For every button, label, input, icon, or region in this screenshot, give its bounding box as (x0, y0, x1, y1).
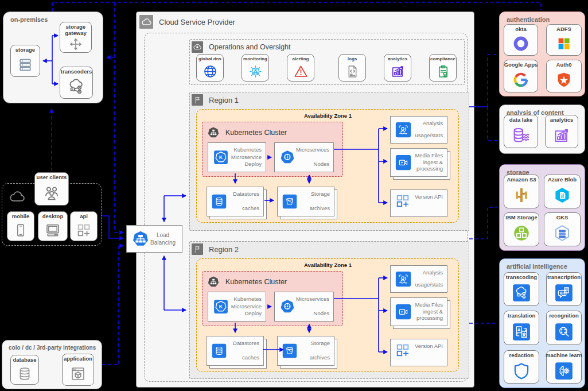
node-recognition: recognition (546, 311, 582, 345)
node-label: Microservice (231, 304, 262, 310)
node-label: Datastores (233, 340, 259, 347)
k8s-cluster-title: Kubernetes Cluster (225, 129, 287, 137)
node-label: Kubernetes (233, 147, 262, 153)
transcoding-icon (512, 283, 531, 303)
node-label: transcoders (61, 69, 92, 75)
node-label: database (13, 357, 36, 363)
node-analysis-r1: Analysis usage/stats (390, 116, 447, 144)
node-okta: okta (504, 24, 538, 56)
node-gks: GKS (544, 212, 581, 246)
azure-blob-icon (552, 185, 572, 205)
node-storage-onprem: storage (10, 45, 40, 77)
database-icon (17, 366, 33, 382)
video-camera-icon (395, 303, 412, 320)
recognition-icon (554, 322, 574, 342)
node-api: api (70, 211, 98, 241)
kubernetes-deploy-icon (212, 149, 229, 166)
node-transcription: transcription (546, 272, 582, 306)
node-k8s-deploy-r2: Kubernetes Microservice Deploy (208, 292, 266, 322)
node-label: Media Files (415, 302, 443, 308)
operations-titlebar: Operations and Oversight (192, 41, 290, 53)
node-azure-blob: Azure Blob (544, 175, 581, 208)
warning-triangle-icon (293, 64, 309, 79)
cloud-provider-title: Cloud Service Provider (159, 18, 235, 26)
node-label: global dns (198, 56, 221, 61)
node-label: Analysis (423, 121, 443, 127)
server-icon (17, 56, 34, 73)
node-label: Auth0 (556, 62, 572, 68)
node-redaction: redaction (504, 350, 539, 384)
node-label: application (64, 356, 92, 362)
node-label: machine learn (546, 353, 582, 359)
node-label: archives (310, 206, 330, 212)
globe-icon (203, 64, 218, 79)
node-version-api-r2: Version API (390, 339, 447, 366)
az-label: Availability Zone 1 (304, 113, 352, 119)
node-application: application (62, 354, 94, 386)
ops-monitoring: monitoring (242, 54, 269, 82)
node-k8s-deploy-r1: Kubernetes Microservice Deploy (208, 142, 266, 172)
node-label: recognition (549, 313, 579, 319)
api-squares-icon (76, 222, 92, 238)
node-label: Media Files (415, 153, 443, 159)
node-label: monitoring (243, 56, 267, 61)
auth0-shield-icon (555, 71, 573, 89)
node-label: Microservices (296, 147, 329, 153)
node-microservices-nodes-r1: Microservices Nodes (274, 142, 334, 172)
node-media-files-r1: Media Files ingest & processing (390, 148, 447, 177)
node-label: archives (310, 355, 330, 361)
node-database: database (10, 355, 39, 385)
node-datastores-r2: Datastores caches (207, 336, 264, 366)
node-label: storage gateway (60, 24, 91, 37)
gear-network-icon (248, 64, 263, 79)
node-label: data lake (509, 117, 533, 123)
region-2-title: Region 2 (209, 245, 239, 254)
ops-compliance: compliance (429, 54, 457, 82)
face-analysis-icon (395, 270, 412, 288)
node-ibm-storage: IBM Storage (504, 212, 539, 246)
node-label: logs (348, 56, 357, 61)
node-label: api (80, 214, 88, 220)
region-2-titlebar: Region 2 (192, 243, 239, 255)
node-label: Microservices (296, 296, 329, 303)
transcription-icon (554, 283, 574, 303)
node-adfs: ADFS (546, 24, 582, 56)
node-datastores-r1: Datastores caches (207, 187, 264, 216)
node-label: translation (508, 313, 536, 319)
google-g-icon (512, 71, 530, 89)
node-label: Amazon S3 (507, 177, 536, 183)
node-label: processing (416, 166, 443, 172)
bucket-icon (282, 193, 298, 210)
node-user-clients: user clients (34, 172, 69, 206)
node-label: transcription (547, 274, 581, 281)
node-label: caches (242, 355, 259, 361)
ibm-storage-icon (512, 223, 531, 243)
brain-gear-icon (554, 361, 574, 381)
k8s-cluster-titlebar: Kubernetes Cluster (207, 126, 287, 140)
amazon-s3-icon (512, 185, 531, 205)
cloud-provider-titlebar: Cloud Service Provider (139, 15, 235, 29)
node-label: GKS (556, 215, 568, 221)
operations-title: Operations and Oversight (209, 43, 290, 51)
bar-chart-arrow-icon (390, 64, 406, 79)
kubernetes-deploy-icon (212, 298, 229, 315)
node-label: caches (242, 206, 259, 212)
node-label: Storage (311, 191, 330, 198)
kubernetes-nodes-icon (279, 298, 296, 315)
node-google-apps: Google Apps (504, 60, 538, 92)
gks-icon (552, 223, 572, 243)
authentication-title: authentication (500, 12, 585, 23)
node-label: okta (515, 26, 527, 33)
node-label: Google Apps (504, 62, 538, 68)
region-1-titlebar: Region 1 (192, 94, 239, 106)
node-storage-gateway: storage gateway (60, 22, 92, 53)
ops-analytics: analytics (384, 54, 411, 82)
node-label: compliance (430, 56, 455, 61)
node-label: Load (150, 231, 176, 239)
node-label: user clients (37, 175, 67, 181)
kubernetes-cluster-icon (207, 126, 220, 140)
api-squares-icon (395, 193, 411, 209)
node-label: Version API (415, 343, 443, 350)
load-balancer-icon (131, 229, 150, 249)
document-code-icon (345, 64, 360, 79)
